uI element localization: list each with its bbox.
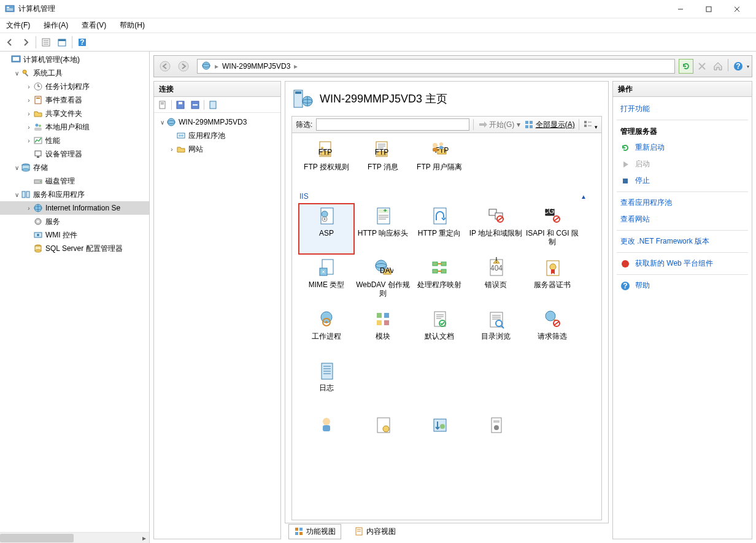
help-button[interactable]: ? (75, 35, 90, 50)
server-big-icon (291, 88, 314, 110)
conn-sites-node[interactable]: ›网站 (155, 142, 279, 156)
svg-point-139 (325, 321, 328, 323)
filter-input[interactable] (316, 118, 469, 131)
feature-isapicgi[interactable]: CGIISAPI 和 CGI 限制 (524, 203, 580, 255)
svg-rect-80 (530, 125, 533, 128)
svg-text:FTP: FTP (375, 148, 389, 156)
properties-button[interactable] (39, 35, 53, 50)
feature-ftp-messages[interactable]: FTPFTP 消息 (355, 137, 411, 188)
feature-dirbrowse[interactable]: 目录浏览 (468, 306, 524, 358)
tree-storage[interactable]: ∨存储 (0, 161, 149, 174)
back-button[interactable] (2, 35, 17, 50)
svg-point-28 (36, 124, 39, 127)
feature-defaultdoc[interactable]: 默认文档 (411, 306, 468, 358)
action-change-net[interactable]: 更改 .NET Framework 版本 (615, 233, 749, 250)
go-button[interactable]: 开始(G) ▾ (477, 120, 520, 130)
tree-localusers[interactable]: ›本地用户和组 (0, 120, 149, 134)
action-stop[interactable]: 停止 (615, 172, 749, 189)
tab-content-view[interactable]: 内容视图 (349, 524, 401, 539)
feature-webdav[interactable]: DAVWebDAV 创作规则 (355, 255, 411, 306)
forward-button[interactable] (18, 35, 33, 50)
conn-remove-icon[interactable] (189, 99, 201, 111)
storage-icon (21, 163, 31, 172)
webdav-icon: DAV (372, 257, 393, 278)
tree-root[interactable]: 计算机管理(本地) (0, 53, 149, 66)
conn-doc-icon[interactable] (156, 99, 169, 111)
shared-folder-icon (33, 109, 43, 118)
menu-view[interactable]: 查看(V) (79, 19, 109, 32)
address-field[interactable]: ▸ WIN-299MMPJ5VD3 ▸ (197, 59, 675, 74)
menu-help[interactable]: 帮助(H) (117, 19, 147, 32)
feature-modules[interactable]: 模块 (355, 306, 411, 358)
tree-diskmgmt[interactable]: 磁盘管理 (0, 174, 149, 188)
view-mode-dropdown[interactable]: ▾ (583, 119, 598, 131)
tree-eventviewer[interactable]: ›事件查看器 (0, 93, 149, 107)
addr-server-label: WIN-299MMPJ5VD3 (222, 62, 290, 71)
conn-server-icon[interactable] (207, 99, 219, 111)
feature-httpresp[interactable]: HTTP 响应标头 (355, 203, 411, 255)
tree-wmi[interactable]: WMI 控件 (0, 228, 149, 242)
menu-file[interactable]: 文件(F) (4, 19, 33, 32)
feature-handlermap[interactable]: 处理程序映射 (411, 255, 468, 306)
tree-systools[interactable]: ∨系统工具 (0, 66, 149, 80)
menu-action[interactable]: 操作(A) (41, 19, 71, 32)
scroll-thumb[interactable] (0, 534, 74, 542)
svg-point-53 (202, 62, 210, 69)
feature-asp[interactable]: ASP (298, 203, 355, 255)
feature-mime[interactable]: MIME 类型 (298, 255, 355, 306)
left-hscrollbar[interactable]: ◂ ▸ (0, 532, 149, 543)
feature-httpredir[interactable]: HTTP 重定向 (411, 203, 468, 255)
action-help[interactable]: ?帮助 (615, 277, 749, 294)
help-icon-button[interactable]: ? (731, 59, 746, 74)
action-view-apppools[interactable]: 查看应用程序池 (615, 194, 749, 211)
tree-iis[interactable]: ›Internet Information Se (0, 201, 149, 215)
feature-peek-3[interactable] (411, 412, 468, 436)
conn-apppools-node[interactable]: 应用程序池 (155, 129, 279, 142)
action-start: 启动 (615, 156, 749, 172)
tree-sharedfolders[interactable]: ›共享文件夹 (0, 107, 149, 120)
feature-workerproc[interactable]: 工作进程 (298, 306, 355, 358)
refresh-button[interactable] (679, 59, 693, 74)
feature-peek-4[interactable] (468, 412, 524, 436)
feature-ftp-userisolation[interactable]: FTPFTP 用户隔离 (411, 137, 468, 188)
tree-sql[interactable]: SQL Server 配置管理器 (0, 242, 149, 255)
action-get-webplatform[interactable]: 获取新的 Web 平台组件 (615, 255, 749, 272)
tree-tasksched[interactable]: ›任务计划程序 (0, 80, 149, 93)
collapse-iis-icon[interactable]: ▲ (580, 193, 587, 200)
close-button[interactable] (723, 0, 751, 18)
addr-forward-button[interactable] (175, 58, 192, 75)
tree-devicemgr[interactable]: 设备管理器 (0, 147, 149, 161)
svg-rect-141 (384, 313, 389, 318)
tree-performance[interactable]: ›性能 (0, 134, 149, 147)
feature-servercerts[interactable]: 服务器证书 (524, 255, 580, 306)
feature-peek-1[interactable] (298, 412, 355, 436)
minimize-button[interactable] (666, 0, 695, 18)
httpresp-icon (372, 206, 393, 226)
addr-back-button[interactable] (156, 58, 174, 75)
scroll-right-icon[interactable]: ▸ (139, 533, 149, 543)
svg-point-168 (440, 424, 445, 429)
svg-rect-73 (295, 91, 301, 94)
workerproc-icon (316, 309, 337, 329)
window-title: 计算机管理 (18, 4, 666, 14)
calendar-button[interactable] (55, 35, 69, 50)
maximize-button[interactable] (695, 0, 723, 18)
showall-button[interactable]: 全部显示(A) (524, 120, 575, 130)
conn-server-node[interactable]: ∨WIN-299MMPJ5VD3 (155, 115, 279, 129)
action-view-sites[interactable]: 查看网站 (615, 211, 749, 228)
webplatform-icon (620, 259, 630, 269)
home-button[interactable] (711, 59, 725, 74)
feature-reqfilter[interactable]: 请求筛选 (524, 306, 580, 358)
tree-servicesnode[interactable]: 服务 (0, 215, 149, 228)
feature-peek-2[interactable] (355, 412, 411, 436)
tree-services[interactable]: ∨服务和应用程序 (0, 188, 149, 201)
feature-logging[interactable]: 日志 (298, 358, 355, 409)
conn-save-icon[interactable] (174, 99, 187, 111)
action-restart[interactable]: 重新启动 (615, 139, 749, 156)
tab-feature-view[interactable]: 功能视图 (288, 524, 341, 539)
feature-iprestr[interactable]: IP 地址和域限制 (468, 203, 524, 255)
feature-errorpages[interactable]: !404错误页 (468, 255, 524, 306)
feature-ftp-authrules[interactable]: FTPFTP 授权规则 (298, 137, 355, 188)
action-open-feature[interactable]: 打开功能 (615, 101, 749, 117)
filter-bar: 筛选: 开始(G) ▾ 全部显示(A) ▾ (291, 116, 602, 133)
